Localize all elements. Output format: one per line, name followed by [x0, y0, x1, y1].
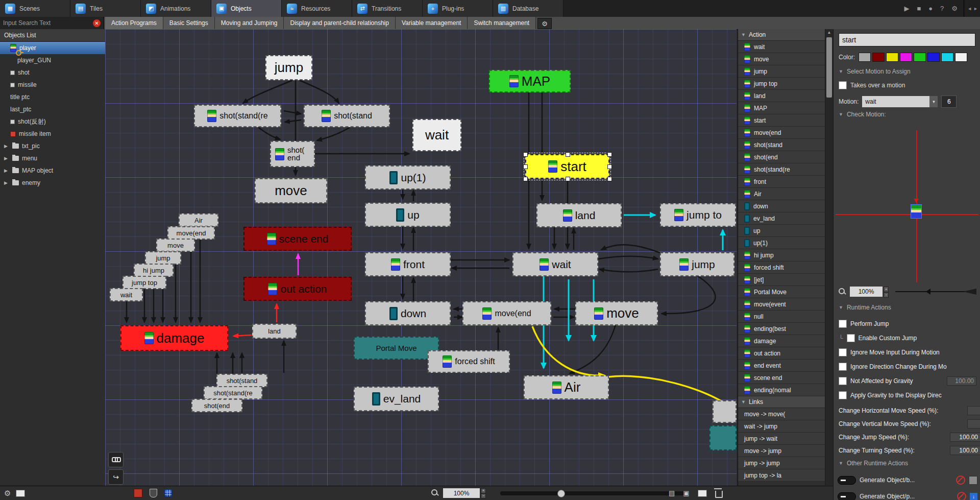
prohibit-icon[interactable] [956, 475, 965, 485]
selection-handle[interactable] [523, 164, 528, 169]
node-forced-shift[interactable]: forced shift [428, 350, 510, 373]
window-icon[interactable] [16, 490, 25, 497]
shield-tool-icon[interactable] [150, 489, 157, 497]
motion-preview[interactable] [836, 124, 978, 282]
action-item-air[interactable]: Air [738, 188, 825, 200]
preview-zoom-slider[interactable] [895, 291, 976, 292]
node-partial[interactable] [713, 400, 737, 423]
prohibit-icon[interactable] [957, 492, 966, 500]
checkbox[interactable] [847, 334, 855, 342]
action-item-end-event[interactable]: end event [738, 360, 825, 372]
action-item-jet[interactable]: [jet] [738, 274, 825, 286]
action-item-ending-best[interactable]: ending(best [738, 323, 825, 335]
top-tab-transitions[interactable]: ⇄Transitions [352, 0, 423, 17]
play-icon[interactable]: ▶ [904, 5, 909, 12]
node-jump[interactable]: jump [265, 55, 312, 80]
undo-tool-button[interactable]: ↪ [108, 469, 124, 485]
node-map[interactable]: MAP [489, 70, 571, 92]
action-item-null[interactable]: null [738, 311, 825, 323]
asset-icon[interactable] [969, 476, 977, 485]
motion-select[interactable]: wait ▼ [862, 96, 938, 107]
node-out-action[interactable]: out action [243, 277, 352, 301]
paint-tool-icon[interactable] [134, 489, 142, 497]
color-swatch[interactable] [927, 53, 940, 62]
color-swatch[interactable] [886, 53, 898, 62]
node-portal-move[interactable]: Portal Move [354, 337, 439, 360]
node-shot-end[interactable]: shot(end [191, 399, 242, 412]
zoom-stepper[interactable]: +− [884, 287, 889, 297]
action-item-start[interactable]: start [738, 114, 825, 127]
node-wait[interactable]: wait [412, 119, 461, 151]
node-shot-stand-re[interactable]: shot(stand(re [194, 105, 281, 127]
node-shot-stand[interactable]: shot(stand [304, 105, 390, 127]
node-ev-land[interactable]: ev_land [354, 387, 439, 411]
speed-value-box[interactable]: 10 [967, 419, 980, 428]
other-runtime-header[interactable]: ▼ Other Runtime Actions [839, 460, 976, 467]
grid-tool-icon[interactable] [164, 489, 172, 497]
canvas-zoom-value[interactable]: 100% +− [443, 488, 480, 498]
node-air[interactable]: Air [179, 213, 218, 227]
action-item-shot-end[interactable]: shot(end [738, 151, 825, 163]
value-box[interactable]: 100.00 [947, 376, 976, 386]
node-move[interactable]: move [255, 178, 327, 203]
color-swatch[interactable] [955, 53, 967, 62]
action-item-shot-stand[interactable]: shot(stand [738, 139, 825, 151]
link-item-jump-top-la[interactable]: jump top -> la [738, 469, 825, 482]
check-motion-header[interactable]: ▼ Check Motion: [839, 111, 976, 118]
top-tab-resources[interactable]: ≈Resources [282, 0, 352, 17]
editor-tab-display-and-parent-child-relationship[interactable]: Display and parent-child relationship [284, 17, 395, 29]
node-wait[interactable]: wait [110, 288, 143, 301]
sidebar-item-missile-item[interactable]: missile item [0, 128, 105, 140]
node-front[interactable]: front [365, 252, 451, 276]
checkbox[interactable] [839, 320, 847, 328]
color-swatch[interactable] [914, 53, 926, 62]
action-item-down[interactable]: down [738, 200, 825, 212]
action-item-shot-stand-re[interactable]: shot(stand(re [738, 163, 825, 176]
action-item-damage[interactable]: damage [738, 335, 825, 347]
color-swatch[interactable] [900, 53, 912, 62]
action-item-scene-end[interactable]: scene end [738, 372, 825, 384]
top-tab-tiles[interactable]: ▤Tiles [70, 0, 141, 17]
settings-icon[interactable]: ⚙ [951, 5, 958, 12]
collapse-left-icon[interactable]: ◄ [967, 6, 972, 11]
color-swatch[interactable] [941, 53, 953, 62]
scrollbar-thumb[interactable] [826, 37, 832, 98]
help-icon[interactable]: ? [940, 5, 944, 12]
link-item-jump-wait[interactable]: jump -> wait [738, 433, 825, 445]
node-jump-top[interactable]: jump top [122, 276, 166, 289]
sidebar-item-shot[interactable]: shot(反射) [0, 115, 105, 128]
action-section-header[interactable]: ▼Action [738, 29, 825, 41]
action-item-jump[interactable]: jump [738, 65, 825, 78]
select-motion-header[interactable]: ▼ Select Motion to Assign [839, 68, 976, 75]
node-land[interactable]: land [252, 324, 297, 339]
node-air[interactable]: Air [524, 375, 609, 399]
layers-icon[interactable]: ▤ [669, 489, 675, 497]
selection-handle[interactable] [607, 152, 612, 157]
sidebar-item-menu[interactable]: ▶menu [0, 152, 105, 164]
expand-arrow-icon[interactable]: ▶ [4, 168, 9, 173]
action-item-front[interactable]: front [738, 176, 825, 188]
slider-thumb[interactable] [926, 289, 930, 295]
action-item-land[interactable]: land [738, 90, 825, 102]
color-swatch[interactable] [859, 53, 871, 62]
editor-tab-switch-management[interactable]: Switch management [468, 17, 536, 29]
node-up[interactable]: up [365, 203, 451, 227]
top-tab-database[interactable]: ▥Database [493, 0, 564, 17]
preview-zoom-value[interactable]: 100% +− [850, 287, 883, 297]
action-item-move-end[interactable]: move(end [738, 127, 825, 139]
collapse-toggle-icon[interactable] [838, 492, 856, 500]
checkbox[interactable] [839, 391, 847, 399]
selection-handle[interactable] [566, 177, 570, 181]
action-item-portal-move[interactable]: Portal Move [738, 286, 825, 298]
link-item-move-move[interactable]: move -> move( [738, 408, 825, 420]
sidebar-item-title-ptc[interactable]: title ptc [0, 91, 105, 103]
top-tab-animations[interactable]: ◩Animations [141, 0, 211, 17]
editor-tab-action-programs[interactable]: Action Programs [105, 17, 163, 29]
checkbox[interactable] [839, 348, 847, 356]
action-item-ending-nomal[interactable]: ending(nomal [738, 384, 825, 396]
node-jump[interactable]: jump [660, 252, 734, 276]
sidebar-item-player-gun[interactable]: player_GUN [0, 54, 105, 66]
selection-handle[interactable] [607, 177, 612, 181]
node-shot-end[interactable]: shot( end [270, 141, 315, 167]
sidebar-item-map-object[interactable]: ▶MAP object [0, 164, 105, 177]
